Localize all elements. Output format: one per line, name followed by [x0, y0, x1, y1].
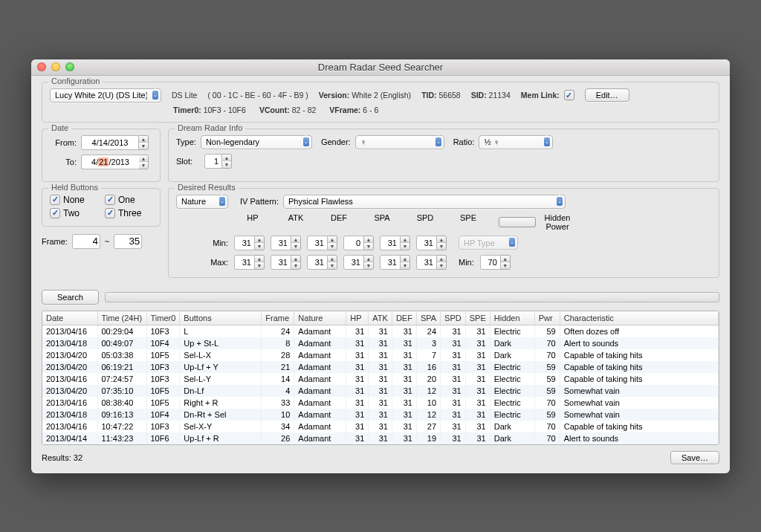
- results-count: Results: 32: [42, 453, 82, 462]
- table-row[interactable]: 2013/04/2005:03:3810F5Sel-L-X28Adamant31…: [42, 349, 719, 361]
- min-atk[interactable]: ▲▼: [271, 236, 301, 250]
- nature-select[interactable]: Nature: [176, 195, 228, 209]
- search-button[interactable]: Search: [42, 290, 99, 305]
- held-one[interactable]: ✓One: [105, 195, 152, 205]
- hp-min-stepper[interactable]: ▲▼: [480, 255, 511, 270]
- iv-pattern-select[interactable]: Physical Flawless: [283, 195, 566, 209]
- date-group: Date From: ▲▼ To: 4/21/2013 ▲▼: [42, 129, 161, 182]
- frame-min-input[interactable]: [72, 234, 100, 249]
- titlebar[interactable]: Dream Radar Seed Searcher: [31, 59, 730, 76]
- min-spa[interactable]: ▲▼: [343, 236, 374, 250]
- min-spe[interactable]: ▲▼: [416, 236, 447, 250]
- table-row[interactable]: 2013/04/1608:38:4010F5Right + R33Adamant…: [42, 397, 719, 409]
- profile-select[interactable]: Lucy White 2(U) (DS Lite): [50, 88, 161, 103]
- edit-button[interactable]: Edit…: [585, 88, 629, 102]
- table-row[interactable]: 2013/04/2006:19:2110F3Up-Lf + Y21Adamant…: [42, 361, 719, 373]
- gender-select[interactable]: ♀: [355, 135, 444, 149]
- hidden-power-checkbox[interactable]: ✓Hidden Power: [499, 213, 576, 231]
- min-spd[interactable]: ▲▼: [380, 236, 410, 250]
- max-spe[interactable]: ▲▼: [416, 255, 447, 270]
- slot-stepper[interactable]: ▲▼: [204, 154, 232, 169]
- max-hp[interactable]: ▲▼: [234, 255, 265, 270]
- window-title: Dream Radar Seed Searcher: [31, 62, 730, 73]
- results-table[interactable]: Date Time (24H) Timer0 Buttons Frame Nat…: [42, 311, 719, 445]
- held-three[interactable]: ✓Three: [105, 208, 152, 218]
- table-row[interactable]: 2013/04/1607:24:5710F3Sel-L-Y14Adamant31…: [42, 373, 719, 385]
- table-row[interactable]: 2013/04/2007:35:1010F5Dn-Lf4Adamant31313…: [42, 385, 719, 397]
- max-spa[interactable]: ▲▼: [343, 255, 374, 270]
- held-buttons-group: Held Buttons ✓None ✓One ✓Two ✓Three: [42, 188, 161, 227]
- frame-max-input[interactable]: [114, 234, 142, 249]
- desired-results-group: Desired Results Nature IV Pattern: Physi…: [168, 188, 719, 278]
- date-to-field[interactable]: 4/21/2013 ▲▼: [81, 155, 149, 169]
- max-spd[interactable]: ▲▼: [380, 255, 410, 270]
- dream-radar-info-group: Dream Radar Info Type: Non-legendary Gen…: [168, 129, 719, 182]
- type-select[interactable]: Non-legendary: [201, 135, 312, 149]
- table-row[interactable]: 2013/04/1411:43:2310F6Up-Lf + R26Adamant…: [42, 432, 719, 444]
- hp-type-select[interactable]: HP Type: [459, 236, 518, 250]
- table-header-row[interactable]: Date Time (24H) Timer0 Buttons Frame Nat…: [42, 311, 719, 325]
- mac-label: ( 00 - 1C - BE - 60 - 4F - B9 ): [207, 91, 308, 100]
- table-row[interactable]: 2013/04/1610:47:2210F3Sel-X-Y34Adamant31…: [42, 421, 719, 432]
- held-none[interactable]: ✓None: [50, 195, 97, 205]
- app-window: Dream Radar Seed Searcher Configuration …: [31, 59, 730, 473]
- table-row[interactable]: 2013/04/1600:29:0410F3L24Adamant31313124…: [42, 325, 719, 337]
- max-atk[interactable]: ▲▼: [271, 255, 301, 270]
- held-two[interactable]: ✓Two: [50, 208, 97, 218]
- min-def[interactable]: ▲▼: [307, 236, 337, 250]
- table-row[interactable]: 2013/04/1800:49:0710F4Up + St-L8Adamant3…: [42, 337, 719, 349]
- table-row[interactable]: 2013/04/1809:16:1310F4Dn-Rt + Sel10Adama…: [42, 409, 719, 421]
- configuration-group: Configuration Lucy White 2(U) (DS Lite) …: [42, 82, 719, 123]
- min-hp[interactable]: ▲▼: [234, 236, 265, 250]
- progress-bar: [105, 292, 719, 302]
- max-def[interactable]: ▲▼: [307, 255, 337, 270]
- memlink-checkbox[interactable]: ✓: [564, 90, 574, 100]
- save-button[interactable]: Save…: [670, 451, 719, 464]
- ratio-select[interactable]: ½ ♀: [479, 135, 553, 149]
- system-label: DS Lite: [172, 91, 197, 100]
- date-from-field[interactable]: ▲▼: [81, 135, 149, 150]
